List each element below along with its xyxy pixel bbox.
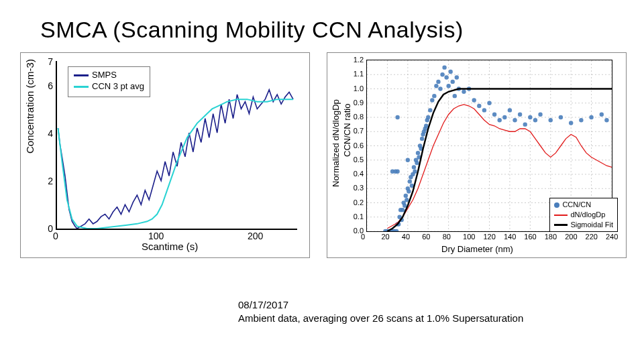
tick-label: 0.7 [350,127,364,135]
tick-label: 7 [42,56,53,67]
left-chart-ylabel: Concentration (cm-3) [24,59,36,154]
svg-point-90 [492,113,496,117]
svg-point-89 [487,101,491,105]
svg-point-102 [569,121,573,125]
svg-point-100 [549,118,553,122]
tick-label: 4 [42,128,53,139]
svg-point-88 [482,108,486,112]
caption-text: Ambient data, averaging over 26 scans at… [238,312,523,325]
ccn-avg-line [58,99,293,229]
svg-point-62 [420,137,424,141]
legend-swatch [554,202,559,208]
tick-label: 0.4 [350,170,364,178]
svg-point-98 [533,118,537,122]
tick-label: 0 [42,223,53,234]
tick-label: 0.8 [350,113,364,121]
legend-label: dN/dlogDp [570,210,605,220]
tick-label: 0.5 [350,156,364,164]
legend-swatch [74,86,89,88]
legend-item: SMPS [74,70,144,81]
svg-point-49 [407,189,411,193]
svg-point-99 [538,113,542,117]
tick-label: 120 [484,233,496,241]
tick-label: 200 [248,231,263,241]
charts-row: Concentration (cm-3) Scantime (s) 7 6 4 … [20,52,627,258]
svg-point-45 [404,194,408,198]
slide: SMCA (Scanning Mobility CCN Analysis) Co… [0,0,644,362]
svg-point-91 [498,118,502,122]
left-chart-legend: SMPS CCN 3 pt avg [68,66,150,97]
svg-point-55 [413,170,417,174]
tick-label: 100 [463,233,475,241]
legend-item: dN/dlogDp [554,210,613,220]
tick-label: 40 [402,233,410,241]
svg-point-58 [416,151,420,155]
svg-point-73 [436,80,440,84]
svg-point-103 [579,118,583,122]
legend-label: CCN 3 pt avg [92,81,144,93]
right-chart-ylabel-outer: Normalized dN/dlogDp [331,99,341,187]
tick-label: 0.3 [350,184,364,192]
svg-point-94 [513,118,517,122]
svg-point-69 [428,108,432,112]
svg-point-79 [449,70,453,74]
tick-label: 220 [586,233,598,241]
svg-point-104 [589,115,593,119]
tick-label: 0 [361,233,365,241]
svg-point-71 [432,94,436,98]
svg-point-74 [438,86,442,90]
svg-point-75 [440,72,444,76]
smps-line [58,90,293,229]
legend-swatch [554,215,568,216]
svg-point-46 [405,198,409,202]
svg-point-106 [604,118,608,122]
tick-label: 160 [524,233,536,241]
svg-point-92 [502,115,506,119]
legend-item: CCN 3 pt avg [74,81,144,93]
svg-point-81 [453,94,457,98]
tick-label: 140 [504,233,516,241]
svg-point-97 [528,115,532,119]
tick-label: 1.2 [350,56,364,64]
svg-point-76 [442,65,446,69]
svg-point-42 [400,208,405,212]
tick-label: 240 [606,233,618,241]
svg-point-80 [451,80,455,84]
legend-label: Sigmoidal Fit [570,220,613,230]
tick-label: 80 [443,233,451,241]
tick-label: 60 [422,233,430,241]
svg-point-54 [412,165,416,169]
svg-point-77 [444,75,448,79]
svg-point-57 [415,161,419,165]
right-chart-xlabel: Dry Diameter (nm) [441,244,513,254]
tick-label: 0.1 [350,213,364,221]
svg-point-86 [472,98,476,102]
svg-point-72 [434,84,438,88]
legend-label: SMPS [92,70,117,81]
page-title: SMCA (Scanning Mobility CCN Analysis) [40,17,464,43]
tick-label: 1.0 [350,84,364,93]
tick-label: 0.6 [350,141,364,149]
svg-point-70 [430,98,434,102]
svg-point-50 [408,179,412,183]
svg-point-84 [462,90,466,94]
svg-point-95 [518,113,522,117]
tick-label: 2 [42,176,53,186]
tick-label: 20 [381,233,389,241]
svg-point-105 [600,113,604,117]
right-chart: Normalized dN/dlogDp CCN/CN ratio Dry Di… [327,52,627,258]
svg-point-87 [477,104,481,108]
svg-point-66 [424,124,428,128]
svg-point-37 [395,115,399,119]
svg-point-93 [508,108,512,112]
tick-label: 0.9 [350,99,364,107]
tick-label: 0.2 [350,198,364,206]
left-chart: Concentration (cm-3) Scantime (s) 7 6 4 … [20,52,310,258]
right-chart-legend: CCN/CN dN/dlogDp Sigmoidal Fit [549,198,618,232]
tick-label: 0 [53,231,58,241]
legend-swatch [74,74,89,76]
legend-label: CCN/CN [562,200,591,210]
caption: 08/17/2017 Ambient data, averaging over … [238,298,523,326]
legend-item: Sigmoidal Fit [554,220,613,230]
svg-point-101 [559,115,563,119]
